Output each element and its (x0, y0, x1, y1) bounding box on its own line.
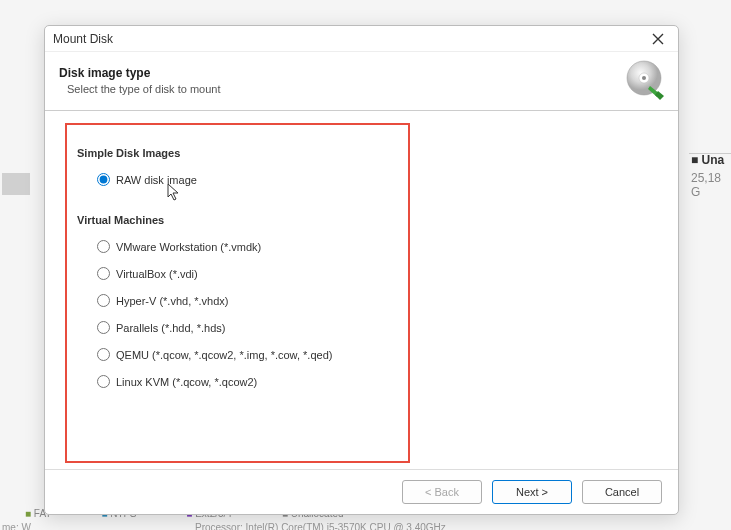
section-title-simple: Simple Disk Images (77, 147, 654, 159)
bg-volume-info: ■ Una 25,18 G (691, 153, 731, 193)
radio-vmware[interactable]: VMware Workstation (*.vmdk) (97, 240, 654, 253)
dialog-header: Disk image type Select the type of disk … (45, 52, 678, 111)
dialog-title: Mount Disk (53, 32, 113, 46)
radio-input-parallels[interactable] (97, 321, 110, 334)
dialog-footer: < Back Next > Cancel (45, 469, 678, 514)
radio-label: Hyper-V (*.vhd, *.vhdx) (116, 295, 228, 307)
header-heading: Disk image type (59, 66, 220, 80)
radio-linux-kvm[interactable]: Linux KVM (*.qcow, *.qcow2) (97, 375, 654, 388)
bg-name-label: me: W (2, 522, 31, 530)
radio-group-simple: RAW disk image (97, 173, 654, 186)
radio-input-raw[interactable] (97, 173, 110, 186)
section-title-vm: Virtual Machines (77, 214, 654, 226)
radio-label: VirtualBox (*.vdi) (116, 268, 198, 280)
bg-volume-size: 25,18 G (691, 171, 731, 199)
radio-group-vm: VMware Workstation (*.vmdk) VirtualBox (… (97, 240, 654, 388)
radio-virtualbox[interactable]: VirtualBox (*.vdi) (97, 267, 654, 280)
radio-hyperv[interactable]: Hyper-V (*.vhd, *.vhdx) (97, 294, 654, 307)
radio-raw-disk[interactable]: RAW disk image (97, 173, 654, 186)
radio-parallels[interactable]: Parallels (*.hdd, *.hds) (97, 321, 654, 334)
mount-disk-dialog: Mount Disk Disk image type Select the ty… (44, 25, 679, 515)
cancel-button[interactable]: Cancel (582, 480, 662, 504)
radio-label: QEMU (*.qcow, *.qcow2, *.img, *.cow, *.q… (116, 349, 332, 361)
bg-volume-status: Una (702, 153, 725, 167)
disc-icon (624, 60, 664, 100)
header-subtitle: Select the type of disk to mount (67, 83, 220, 95)
svg-point-2 (642, 76, 646, 80)
back-button: < Back (402, 480, 482, 504)
close-icon (652, 33, 664, 45)
next-button[interactable]: Next > (492, 480, 572, 504)
radio-input-virtualbox[interactable] (97, 267, 110, 280)
radio-input-linux-kvm[interactable] (97, 375, 110, 388)
radio-qemu[interactable]: QEMU (*.qcow, *.qcow2, *.img, *.cow, *.q… (97, 348, 654, 361)
radio-input-qemu[interactable] (97, 348, 110, 361)
radio-label: Parallels (*.hdd, *.hds) (116, 322, 225, 334)
bg-sidebar-selection (2, 173, 30, 195)
radio-input-hyperv[interactable] (97, 294, 110, 307)
dialog-content: Simple Disk Images RAW disk image Virtua… (45, 111, 678, 469)
titlebar: Mount Disk (45, 26, 678, 52)
radio-input-vmware[interactable] (97, 240, 110, 253)
radio-label: VMware Workstation (*.vmdk) (116, 241, 261, 253)
close-button[interactable] (646, 29, 670, 49)
radio-label: RAW disk image (116, 174, 197, 186)
bg-processor: Processor: Intel(R) Core(TM) i5-3570K CP… (195, 522, 446, 530)
radio-label: Linux KVM (*.qcow, *.qcow2) (116, 376, 257, 388)
